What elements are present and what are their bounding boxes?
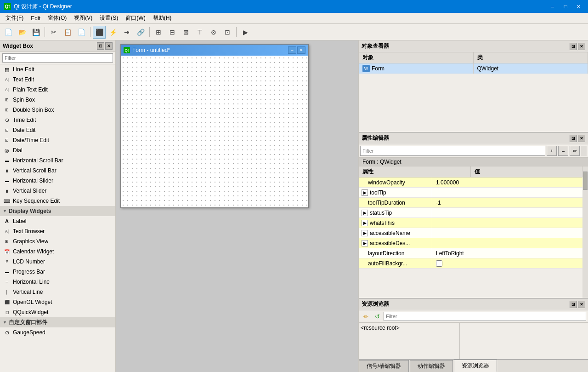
toolbar-layout-form[interactable]: ⊤ — [193, 26, 206, 39]
resource-browser-float-btn[interactable]: ⊡ — [570, 301, 577, 308]
toolbar-tab-order[interactable]: ⇥ — [120, 26, 133, 39]
toolbar-widget-editor[interactable]: ⬛ — [93, 26, 106, 39]
property-scrollbar-thumb[interactable] — [583, 172, 588, 190]
toolbar-break-layout[interactable]: ⊗ — [207, 26, 220, 39]
resource-browser-close-btn[interactable]: ✕ — [578, 301, 585, 308]
vscrollbar-icon: ▮ — [3, 167, 11, 174]
object-name: Form — [372, 65, 384, 72]
widget-item-progress-bar[interactable]: ▬ Progress Bar — [0, 267, 115, 277]
widget-item-hslider[interactable]: ▬ Horizontal Slider — [0, 176, 115, 186]
form-minimize-btn[interactable]: – — [288, 46, 296, 54]
menu-help[interactable]: 帮助(H) — [149, 13, 175, 23]
widget-item-datetime-edit[interactable]: ⊡ Date/Time Edit — [0, 135, 115, 145]
close-button[interactable]: ✕ — [572, 2, 584, 11]
widget-item-double-spin-box[interactable]: ⊞ Double Spin Box — [0, 105, 115, 115]
property-editor-header-buttons: ⊡ ✕ — [570, 135, 585, 142]
toolbar-open[interactable]: 📂 — [16, 26, 28, 39]
property-edit-btn[interactable]: ✏ — [570, 146, 580, 156]
property-editor-close-btn[interactable]: ✕ — [578, 135, 585, 142]
widget-item-time-edit[interactable]: ⊙ Time Edit — [0, 115, 115, 125]
toolbar-preview[interactable]: ▶ — [239, 26, 252, 39]
widget-item-spin-box[interactable]: ⊞ Spin Box — [0, 95, 115, 105]
toolbar-save[interactable]: 💾 — [29, 26, 42, 39]
widget-item-vslider[interactable]: ▮ Vertical Slider — [0, 186, 115, 196]
autofill-checkbox[interactable] — [436, 260, 442, 267]
toolbar-copy[interactable]: 📋 — [61, 26, 74, 39]
canvas-area[interactable]: Qt Form - untitled* – ✕ — [116, 40, 358, 372]
prop-row-accessible-desc[interactable]: ▶ accessibleDes... — [359, 238, 582, 248]
toolbar-paste[interactable]: 📄 — [75, 26, 88, 39]
widget-item-hscrollbar[interactable]: ▬ Horizontal Scroll Bar — [0, 155, 115, 166]
widget-item-vline[interactable]: │ Vertical Line — [0, 287, 115, 297]
object-inspector-float-btn[interactable]: ⊡ — [570, 43, 577, 50]
prop-expand-accessible-name[interactable]: ▶ — [362, 230, 368, 236]
widget-box-close-btn[interactable]: ✕ — [105, 42, 113, 50]
widget-item-dial[interactable]: ◎ Dial — [0, 145, 115, 155]
widget-box-float-btn[interactable]: ⊡ — [97, 42, 104, 50]
toolbar-layout-grid[interactable]: ⊠ — [180, 26, 192, 39]
property-remove-btn[interactable]: – — [558, 146, 568, 156]
widget-item-lcd[interactable]: # LCD Number — [0, 257, 115, 267]
toolbar-cut[interactable]: ✂ — [47, 26, 60, 39]
prop-row-autofill[interactable]: autoFillBackgr... — [359, 258, 582, 269]
toolbar-signals[interactable]: ⚡ — [107, 26, 119, 39]
toolbar-layout-v[interactable]: ⊟ — [166, 26, 179, 39]
widget-box-filter-input[interactable] — [2, 53, 113, 63]
prop-row-accessible-name[interactable]: ▶ accessibleName — [359, 228, 582, 238]
prop-expand-accessible-desc[interactable]: ▶ — [362, 240, 368, 246]
menu-edit[interactable]: Edit — [27, 14, 44, 23]
prop-row-layout-dir[interactable]: layoutDirection LeftToRight — [359, 248, 582, 258]
property-add-btn[interactable]: + — [547, 146, 557, 156]
property-editor-float-btn[interactable]: ⊡ — [570, 135, 577, 142]
object-inspector-close-btn[interactable]: ✕ — [578, 43, 585, 50]
prop-row-window-opacity[interactable]: windowOpacity 1.000000 — [359, 177, 582, 188]
prop-row-whats-this[interactable]: ▶ whatsThis — [359, 218, 582, 228]
widget-item-opengl[interactable]: ⬛ OpenGL Widget — [0, 297, 115, 307]
resource-edit-btn[interactable]: ✏ — [361, 311, 371, 321]
category-custom-widgets[interactable]: 自定义窗口部件 — [0, 317, 115, 327]
category-display-widgets[interactable]: Display Widgets — [0, 206, 115, 216]
toolbar-layout-h[interactable]: ⊞ — [152, 26, 165, 39]
resource-filter-input[interactable] — [384, 312, 586, 321]
menu-view[interactable]: 视图(V) — [70, 13, 96, 23]
menu-settings[interactable]: 设置(S) — [96, 13, 122, 23]
widget-item-text-edit[interactable]: A| Text Edit — [0, 74, 115, 85]
widget-item-line-edit[interactable]: ▤ Line Edit — [0, 64, 115, 74]
widget-item-key-sequence[interactable]: ⌨ Key Sequence Edit — [0, 196, 115, 206]
object-row-form[interactable]: W Form QWidget — [359, 63, 588, 74]
resource-content: <resource root> — [359, 323, 588, 359]
maximize-button[interactable]: □ — [560, 2, 571, 11]
prop-expand-tooltip[interactable]: ▶ — [362, 189, 368, 196]
widget-item-vscrollbar[interactable]: ▮ Vertical Scroll Bar — [0, 166, 115, 176]
widget-item-gauge-speed[interactable]: ⊙ GaugeSpeed — [0, 327, 115, 338]
form-close-btn[interactable]: ✕ — [297, 46, 305, 54]
widget-item-label: Plain Text Edit — [13, 86, 48, 93]
menu-window[interactable]: 窗口(W) — [122, 13, 149, 23]
menu-file[interactable]: 文件(F) — [2, 13, 27, 23]
property-scrollbar[interactable] — [582, 166, 588, 298]
prop-row-tooltip[interactable]: ▶ toolTip — [359, 188, 582, 198]
widget-item-hline[interactable]: ─ Horizontal Line — [0, 277, 115, 287]
toolbar-new[interactable]: 📄 — [2, 26, 15, 39]
minimize-button[interactable]: – — [547, 2, 559, 11]
form-canvas[interactable] — [121, 56, 308, 207]
widget-item-text-browser[interactable]: A| Text Browser — [0, 226, 115, 236]
tab-actions[interactable]: 动作编辑器 — [410, 360, 453, 372]
prop-row-status-tip[interactable]: ▶ statusTip — [359, 208, 582, 218]
resource-refresh-btn[interactable]: ↺ — [372, 311, 382, 321]
toolbar-adjust-size[interactable]: ⊡ — [221, 26, 234, 39]
tab-signals[interactable]: 信号/槽编辑器 — [359, 360, 409, 372]
prop-expand-status-tip[interactable]: ▶ — [362, 210, 368, 216]
widget-item-label[interactable]: A Label — [0, 216, 115, 226]
tab-resources[interactable]: 资源浏览器 — [454, 360, 497, 372]
prop-expand-whats-this[interactable]: ▶ — [362, 220, 368, 226]
widget-item-calendar[interactable]: 📅 Calendar Widget — [0, 246, 115, 257]
widget-item-qquick[interactable]: ◻ QQuickWidget — [0, 307, 115, 317]
prop-row-tooltip-duration[interactable]: toolTipDuration -1 — [359, 198, 582, 208]
toolbar-buddy[interactable]: 🔗 — [134, 26, 147, 39]
property-filter-input[interactable] — [360, 146, 545, 156]
widget-item-graphics-view[interactable]: ⊞ Graphics View — [0, 236, 115, 246]
menu-form[interactable]: 窗体(O) — [44, 13, 70, 23]
widget-item-date-edit[interactable]: ⊡ Date Edit — [0, 125, 115, 135]
widget-item-plain-text-edit[interactable]: A| Plain Text Edit — [0, 85, 115, 95]
